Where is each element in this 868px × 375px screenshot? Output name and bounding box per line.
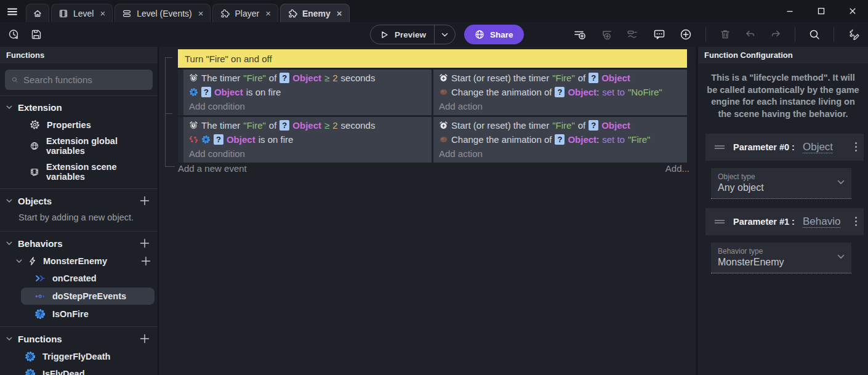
section-header-extension[interactable]: Extension	[0, 98, 158, 116]
gear-icon	[30, 119, 40, 130]
event-drag-handle[interactable]	[178, 117, 183, 163]
puzzle-icon	[220, 9, 230, 18]
item-label: onCreated	[52, 273, 97, 283]
puzzle-icon	[287, 9, 297, 18]
add-behavior-button[interactable]	[139, 238, 150, 249]
object-type-select[interactable]: Object type Any object	[711, 168, 851, 199]
condition-timer[interactable]: The timer "Fire" of ? Object ≥ 2 seconds	[183, 71, 432, 85]
preview-dropdown-button[interactable]	[434, 25, 455, 44]
search-functions-box[interactable]	[5, 70, 153, 90]
minimize-icon[interactable]	[783, 4, 797, 18]
section-header-objects[interactable]: Objects	[0, 191, 158, 210]
search-icon[interactable]	[808, 28, 821, 41]
share-button[interactable]: Share	[464, 25, 524, 44]
tab-close-icon[interactable]: ×	[197, 9, 204, 18]
save-icon[interactable]	[30, 28, 42, 41]
chevron-down-icon	[16, 259, 22, 264]
operator: ≥	[324, 71, 329, 84]
sidebar-item-monsterenemy[interactable]: MonsterEnemy	[0, 252, 158, 270]
drag-handle-icon[interactable]	[714, 144, 725, 150]
trash-icon[interactable]	[719, 28, 731, 41]
event-2-conditions: The timer "Fire" of ? Object ≥ 2 seconds…	[183, 117, 432, 163]
add-other-events-icon[interactable]	[626, 28, 640, 41]
action-change-animation[interactable]: Change the animation of ? Object: set to…	[433, 85, 687, 99]
redo-icon[interactable]	[770, 28, 782, 41]
add-condition-button[interactable]: Add condition	[183, 147, 432, 161]
search-functions-input[interactable]	[23, 75, 146, 85]
add-more-button[interactable]: Add...	[665, 163, 689, 174]
sidebar-item-isflydead[interactable]: ? IsFlyDead	[0, 365, 158, 375]
condition-is-on-fire-inverted[interactable]: ? Object is on fire	[183, 132, 432, 147]
sidebar-item-isonfire[interactable]: ? IsOnFire	[0, 305, 158, 323]
add-event-icon[interactable]	[573, 28, 587, 41]
sidebar-item-dostepprevents[interactable]: doStepPreEvents	[21, 288, 155, 305]
condition-is-on-fire[interactable]: ? Object is on fire	[183, 85, 432, 99]
add-action-button[interactable]: Add action	[433, 99, 687, 113]
tab-level-events[interactable]: Level (Events) ×	[115, 4, 211, 22]
function-question-icon: ?	[34, 308, 46, 320]
function-configuration-panel: Function Configuration This is a "lifecy…	[696, 47, 868, 375]
add-subevent-icon[interactable]	[600, 28, 613, 41]
history-icon[interactable]	[7, 28, 20, 41]
object-param-badge: ?	[589, 120, 598, 131]
tab-label: Level (Events)	[137, 9, 191, 18]
svg-text:?: ?	[28, 371, 32, 375]
action-change-animation[interactable]: Change the animation of ? Object: set to…	[433, 132, 687, 147]
timer-icon	[439, 121, 448, 130]
section-header-behaviors[interactable]: Behaviors	[0, 233, 158, 252]
sidebar-item-extension-global-variables[interactable]: Extension global variables	[0, 133, 158, 159]
add-object-button[interactable]	[139, 195, 150, 206]
tab-player[interactable]: Player ×	[212, 4, 278, 22]
text: Start (or reset) the timer	[451, 119, 549, 132]
action-start-timer[interactable]: Start (or reset) the timer "Fire" of ? O…	[433, 118, 687, 132]
drag-handle-icon[interactable]	[714, 219, 725, 225]
tab-close-icon[interactable]: ×	[264, 9, 271, 18]
event-drag-handle[interactable]	[178, 70, 183, 115]
add-behavior-function-button[interactable]	[140, 256, 151, 267]
kebab-menu-icon[interactable]	[854, 142, 858, 152]
section-header-functions[interactable]: Functions	[0, 329, 158, 348]
tab-enemy[interactable]: Enemy ×	[280, 4, 350, 22]
parameter-0-card[interactable]: Parameter #0 : Object	[705, 134, 864, 161]
condition-timer[interactable]: The timer "Fire" of ? Object ≥ 2 seconds	[183, 118, 432, 132]
add-circle-icon[interactable]	[679, 28, 693, 41]
search-icon	[12, 75, 18, 85]
sidebar-item-triggerflydeath[interactable]: TriggerFlyDeath	[0, 348, 158, 365]
text: set to	[602, 86, 625, 99]
parameter-name-input[interactable]: Object	[803, 141, 833, 154]
parameter-name-input[interactable]: Behavio	[803, 216, 840, 228]
add-new-event-button[interactable]: Add a new event	[178, 163, 247, 174]
comment-icon[interactable]	[653, 28, 666, 41]
edit-extension-icon[interactable]	[847, 28, 861, 41]
event-1-actions: Start (or reset) the timer "Fire" of ? O…	[433, 70, 687, 115]
tab-close-icon[interactable]: ×	[336, 9, 342, 18]
text: is on fire	[259, 133, 294, 146]
action-start-timer[interactable]: Start (or reset) the timer "Fire" of ? O…	[433, 71, 687, 85]
preview-button[interactable]: Preview	[370, 25, 456, 44]
text: of	[269, 119, 277, 132]
menu-icon[interactable]	[7, 6, 18, 17]
sidebar-item-properties[interactable]: Properties	[0, 116, 158, 133]
kebab-menu-icon[interactable]	[854, 216, 858, 227]
tab-home[interactable]	[26, 4, 49, 22]
tab-close-icon[interactable]: ×	[98, 9, 105, 18]
undo-icon[interactable]	[744, 28, 757, 41]
globe-icon	[475, 30, 484, 39]
add-action-button[interactable]: Add action	[433, 147, 687, 161]
sidebar-item-extension-scene-variables[interactable]: Extension scene variables	[0, 159, 158, 185]
behavior-type-select[interactable]: Behavior type MonsterEnemy	[711, 243, 851, 273]
timer-icon	[189, 73, 198, 83]
tab-level[interactable]: Level ×	[51, 4, 113, 22]
event-comment[interactable]: Turn "Fire" on and off	[178, 49, 687, 68]
close-icon[interactable]	[846, 4, 859, 18]
event-2-actions: Start (or reset) the timer "Fire" of ? O…	[433, 117, 687, 163]
oncreated-icon	[34, 273, 46, 284]
add-condition-button[interactable]: Add condition	[183, 99, 432, 113]
sidebar-item-oncreated[interactable]: onCreated	[0, 270, 158, 287]
object-param-badge: ?	[555, 134, 565, 145]
add-function-button[interactable]	[139, 333, 150, 344]
maximize-icon[interactable]	[814, 4, 828, 18]
parameter-1-card[interactable]: Parameter #1 : Behavio	[705, 208, 864, 235]
scene-variables-icon	[30, 167, 39, 177]
timer-name: "Fire"	[243, 71, 265, 84]
